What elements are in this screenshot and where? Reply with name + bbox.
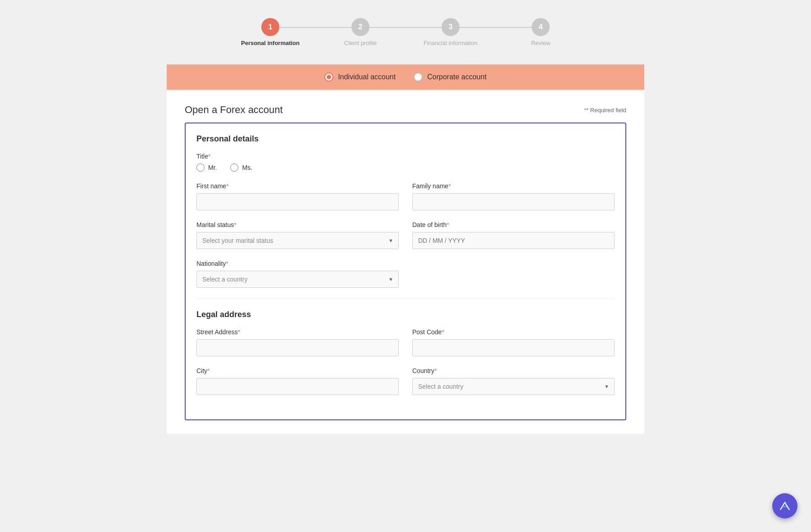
stepper-label-2: Client profile — [344, 40, 377, 46]
postcode-label: Post Code* — [412, 328, 615, 336]
stepper-item-4[interactable]: 4 Review — [496, 18, 586, 46]
stepper-circle-4: 4 — [532, 18, 550, 36]
corporate-account-label: Corporate account — [427, 73, 487, 81]
mr-radio[interactable] — [196, 164, 205, 172]
postcode-input[interactable] — [412, 339, 615, 356]
form-card: Open a Forex account ** Required field P… — [167, 91, 644, 434]
title-required-star: * — [208, 153, 210, 160]
mr-option[interactable]: Mr. — [196, 164, 217, 172]
city-col: City* — [196, 367, 399, 395]
account-type-banner: Individual account Corporate account — [167, 64, 644, 90]
postcode-required-star: * — [442, 328, 444, 336]
personal-details-title: Personal details — [196, 134, 615, 144]
mr-label: Mr. — [208, 164, 217, 171]
marital-status-col: Marital status* Select your marital stat… — [196, 221, 399, 249]
individual-radio-circle — [324, 73, 333, 82]
ms-radio[interactable] — [230, 164, 238, 172]
corporate-account-option[interactable]: Corporate account — [414, 73, 487, 82]
name-row: First name* Family name* — [196, 182, 615, 210]
marital-status-select[interactable]: Select your marital status Single Marrie… — [196, 232, 399, 249]
stepper-label-1: Personal information — [241, 40, 300, 46]
stepper-item-3[interactable]: 3 Financial information — [406, 18, 496, 46]
stepper-item-2[interactable]: 2 Client profile — [315, 18, 406, 46]
country-label: Country* — [412, 367, 615, 374]
stepper-circle-1: 1 — [261, 18, 279, 36]
title-label: Title* — [196, 153, 615, 160]
nationality-spacer — [412, 260, 615, 288]
postcode-col: Post Code* — [412, 328, 615, 356]
family-name-col: Family name* — [412, 182, 615, 210]
dob-col: Date of birth* — [412, 221, 615, 249]
family-name-label: Family name* — [412, 182, 615, 190]
stepper-label-3: Financial information — [424, 40, 478, 46]
nationality-label: Nationality* — [196, 260, 399, 267]
stepper-item-1[interactable]: 1 Personal information — [225, 18, 315, 46]
legal-address-title: Legal address — [196, 310, 615, 319]
nationality-required-star: * — [226, 260, 228, 267]
first-name-input[interactable] — [196, 193, 399, 210]
street-postcode-row: Street Address* Post Code* — [196, 328, 615, 356]
stepper-circle-3: 3 — [442, 18, 460, 36]
nationality-col: Nationality* Select a country United Sta… — [196, 260, 399, 288]
nationality-row: Nationality* Select a country United Sta… — [196, 260, 615, 288]
city-required-star: * — [207, 367, 210, 374]
street-col: Street Address* — [196, 328, 399, 356]
dob-required-star: * — [447, 221, 449, 228]
country-select-wrapper: Select a country United States United Ki… — [412, 378, 615, 395]
city-input[interactable] — [196, 378, 399, 395]
marital-required-star: * — [234, 221, 236, 228]
personal-details-section: Personal details Title* Mr. Ms. — [185, 123, 626, 420]
marital-status-label: Marital status* — [196, 221, 399, 228]
country-select[interactable]: Select a country United States United Ki… — [412, 378, 615, 395]
dob-input[interactable] — [412, 232, 615, 249]
title-options: Mr. Ms. — [196, 164, 615, 172]
ms-label: Ms. — [242, 164, 252, 171]
stepper-label-4: Review — [531, 40, 551, 46]
individual-account-option[interactable]: Individual account — [324, 73, 396, 82]
street-label: Street Address* — [196, 328, 399, 336]
city-label: City* — [196, 367, 399, 374]
nationality-select-wrapper: Select a country United States United Ki… — [196, 271, 399, 288]
corporate-radio-circle — [414, 73, 423, 82]
city-country-row: City* Country* Select a country United S… — [196, 367, 615, 395]
street-input[interactable] — [196, 339, 399, 356]
first-name-label: First name* — [196, 182, 399, 190]
dob-label: Date of birth* — [412, 221, 615, 228]
individual-account-label: Individual account — [338, 73, 396, 81]
section-divider — [196, 299, 615, 299]
ms-option[interactable]: Ms. — [230, 164, 252, 172]
stepper-circle-2: 2 — [351, 18, 369, 36]
family-name-required-star: * — [448, 182, 451, 190]
marital-dob-row: Marital status* Select your marital stat… — [196, 221, 615, 249]
street-required-star: * — [238, 328, 240, 336]
first-name-required-star: * — [226, 182, 228, 190]
country-col: Country* Select a country United States … — [412, 367, 615, 395]
nationality-select[interactable]: Select a country United States United Ki… — [196, 271, 399, 288]
country-required-star: * — [434, 367, 437, 374]
family-name-input[interactable] — [412, 193, 615, 210]
marital-status-select-wrapper: Select your marital status Single Marrie… — [196, 232, 399, 249]
first-name-col: First name* — [196, 182, 399, 210]
logo-fab[interactable] — [772, 493, 797, 518]
stepper: 1 Personal information 2 Client profile … — [167, 14, 644, 55]
title-field-group: Title* Mr. Ms. — [196, 153, 615, 172]
